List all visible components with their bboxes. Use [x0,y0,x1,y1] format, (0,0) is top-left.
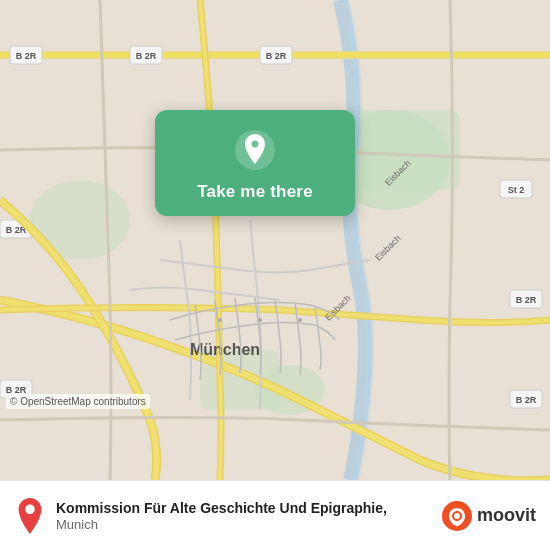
svg-text:B 2R: B 2R [136,51,157,61]
bottom-bar: Kommission Für Alte Geschichte Und Epigr… [0,480,550,550]
place-name: Kommission Für Alte Geschichte Und Epigr… [56,499,431,517]
take-me-there-card[interactable]: Take me there [155,110,355,216]
map-container: B 2R B 2R B 2R B 2R B 2R B 2R B 2R St 2 [0,0,550,480]
location-pin-icon [233,128,277,172]
svg-text:B 2R: B 2R [516,395,537,405]
svg-point-30 [298,318,302,322]
moovit-text: moovit [477,505,536,526]
place-city: Munich [56,517,431,532]
svg-text:B 2R: B 2R [516,295,537,305]
place-info: Kommission Für Alte Geschichte Und Epigr… [56,499,431,532]
moovit-logo: moovit [441,500,536,532]
svg-point-33 [454,513,460,519]
svg-point-28 [218,318,222,322]
place-pin-icon [14,496,46,536]
svg-point-29 [258,318,262,322]
map-attribution: © OpenStreetMap contributors [6,394,150,409]
svg-text:St 2: St 2 [508,185,525,195]
svg-text:B 2R: B 2R [266,51,287,61]
take-me-there-button-label: Take me there [197,182,313,202]
moovit-logo-icon [441,500,473,532]
svg-text:B 2R: B 2R [16,51,37,61]
